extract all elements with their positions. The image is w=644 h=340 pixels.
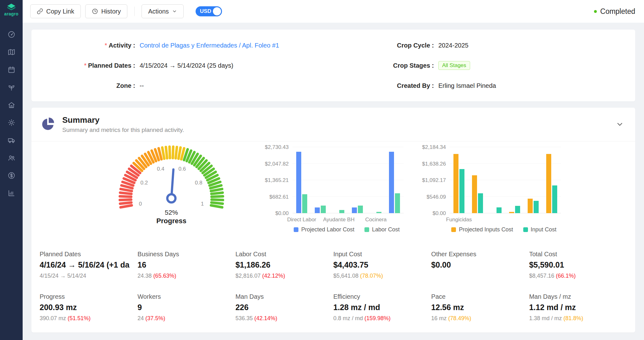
map-icon — [8, 48, 15, 56]
currency-label: USD — [200, 8, 211, 14]
sidebar-item-reports[interactable] — [5, 189, 18, 197]
app-root: aragro Copy Link History — [0, 0, 644, 340]
copy-link-button[interactable]: Copy Link — [30, 4, 81, 18]
topbar-divider — [134, 7, 135, 16]
field-label-crop-stages: Crop Stages : — [333, 62, 434, 69]
svg-text:$2,047.82: $2,047.82 — [265, 161, 289, 167]
metric-value: $4,403.75 — [333, 260, 428, 269]
metric-other-expenses: Other Expenses$0.00 — [431, 251, 529, 279]
metric-percent: (51.51%) — [68, 315, 91, 321]
pie-chart-icon — [40, 117, 55, 132]
metric-planned-dates: Planned Dates4/16/24 → 5/16/24 (+1 da4/1… — [40, 251, 137, 279]
sidebar-item-crops[interactable] — [5, 83, 18, 91]
sidebar-item-calendar[interactable] — [5, 65, 18, 74]
metric-comparison: 16 mz (78.49%) — [431, 315, 529, 322]
dollar-icon — [8, 172, 15, 179]
legend-label: Projected Labor Cost — [301, 226, 354, 233]
summary-subtitle: Summary and metrics for this planned act… — [62, 127, 184, 133]
field-value-zone: -- — [140, 82, 144, 89]
sidebar-item-people[interactable] — [5, 154, 18, 162]
svg-text:Fungicidas: Fungicidas — [446, 217, 472, 223]
sidebar-item-vehicles[interactable] — [5, 136, 18, 144]
legend-label: Projected Inputs Cost — [459, 226, 513, 233]
svg-text:$682.61: $682.61 — [269, 194, 289, 200]
sidebar-item-farm[interactable] — [5, 101, 18, 109]
sidebar-item-map[interactable] — [5, 48, 18, 56]
main-area: Copy Link History Actions USD — [23, 0, 644, 340]
metric-workers: Workers924 (37.5%) — [137, 293, 235, 322]
currency-toggle[interactable]: USD — [196, 6, 222, 16]
field-value-crop-stages: All Stages — [438, 61, 470, 70]
field-crop-stages: Crop Stages :All Stages — [333, 59, 623, 72]
metric-comparison: $8,457.16 (66.1%) — [529, 273, 627, 279]
legend-item[interactable]: Projected Inputs Cost — [451, 226, 513, 233]
metric-comparison: 1.38 md / mz (81.8%) — [529, 315, 627, 322]
field-value-activity[interactable]: Control de Plagas y Enfermedades / Apl. … — [140, 42, 279, 49]
field-label-planned-dates: *Planned Dates : — [44, 62, 135, 69]
collapse-chevron-icon[interactable] — [616, 120, 624, 128]
metric-label: Workers — [137, 293, 235, 300]
aragro-logo-text: aragro — [4, 11, 18, 16]
metric-label: Business Days — [137, 251, 235, 258]
chart-legend: Projected Inputs CostInput Cost — [415, 226, 563, 233]
svg-text:0: 0 — [139, 201, 142, 207]
metric-value: 9 — [137, 303, 232, 312]
metric-label: Planned Dates — [40, 251, 137, 258]
legend-item[interactable]: Labor Cost — [364, 226, 400, 233]
svg-text:$1,365.21: $1,365.21 — [265, 177, 289, 183]
labor-cost-chart: $2,730.43$2,047.82$1,365.21$682.61$0.00D… — [258, 143, 406, 233]
field-label-created-by: Created By : — [333, 82, 434, 89]
metric-value: $1,186.26 — [236, 260, 330, 269]
field-activity: *Activity :Control de Plagas y Enfermeda… — [44, 38, 333, 52]
svg-text:$0.00: $0.00 — [432, 210, 446, 216]
metric-label: Total Cost — [529, 251, 627, 258]
actions-button[interactable]: Actions — [142, 4, 184, 18]
metric-business-days: Business Days1624.38 (65.63%) — [137, 251, 235, 279]
metric-percent: (78.49%) — [448, 315, 471, 321]
history-clock-icon — [92, 8, 98, 14]
metric-pace: Pace12.56 mz16 mz (78.49%) — [431, 293, 529, 322]
input-cost-chart: $2,184.34$1,638.26$1,092.17$546.09$0.00F… — [415, 143, 563, 233]
metric-value: $5,590.01 — [529, 260, 624, 269]
field-created-by: Created By :Erling Ismael Pineda — [333, 79, 623, 93]
sidebar-item-settings[interactable] — [5, 118, 18, 127]
metric-comparison: 24 (37.5%) — [137, 315, 235, 322]
legend-swatch-icon — [523, 227, 528, 232]
legend-label: Labor Cost — [372, 226, 400, 233]
metric-percent: (81.8%) — [564, 315, 583, 321]
app-logo[interactable]: aragro — [4, 0, 18, 18]
actions-label: Actions — [148, 8, 169, 15]
legend-item[interactable]: Projected Labor Cost — [294, 226, 354, 233]
sidebar-item-dashboard[interactable] — [5, 30, 18, 38]
sidebar-item-finance[interactable] — [5, 171, 18, 179]
svg-text:Progress: Progress — [156, 217, 186, 225]
metric-label: Input Cost — [333, 251, 431, 258]
metric-value: 1.12 md / mz — [529, 303, 624, 312]
legend-item[interactable]: Input Cost — [523, 226, 557, 233]
required-asterisk: * — [84, 62, 86, 69]
field-label-activity: *Activity : — [44, 42, 135, 49]
page-content: *Activity :Control de Plagas y Enfermeda… — [23, 23, 644, 332]
history-button[interactable]: History — [85, 4, 127, 18]
history-label: History — [101, 8, 121, 15]
status-dot-icon — [594, 10, 597, 13]
sidebar: aragro — [0, 0, 23, 340]
legend-swatch-icon — [451, 227, 456, 232]
metric-label: Progress — [40, 293, 137, 300]
svg-text:0.2: 0.2 — [141, 180, 148, 186]
svg-text:Cocinera: Cocinera — [365, 217, 387, 223]
people-icon — [8, 154, 15, 162]
metric-comparison: 4/15/24 → 5/14/24 — [40, 273, 137, 279]
info-right: Crop Cycle :2024-2025Crop Stages :All St… — [333, 38, 623, 93]
sidebar-nav — [5, 30, 18, 197]
required-asterisk: * — [105, 42, 107, 49]
metric-label: Efficiency — [333, 293, 431, 300]
metric-progress: Progress200.93 mz390.07 mz (51.51%) — [40, 293, 137, 322]
field-value-created-by: Erling Ismael Pineda — [438, 82, 496, 89]
metric-total-cost: Total Cost$5,590.01$8,457.16 (66.1%) — [529, 251, 627, 279]
metric-value: $0.00 — [431, 260, 525, 269]
metric-percent: (78.07%) — [360, 273, 383, 279]
aragro-logo-icon — [6, 3, 17, 11]
status-text: Completed — [600, 7, 635, 16]
summary-title: Summary — [62, 115, 184, 125]
